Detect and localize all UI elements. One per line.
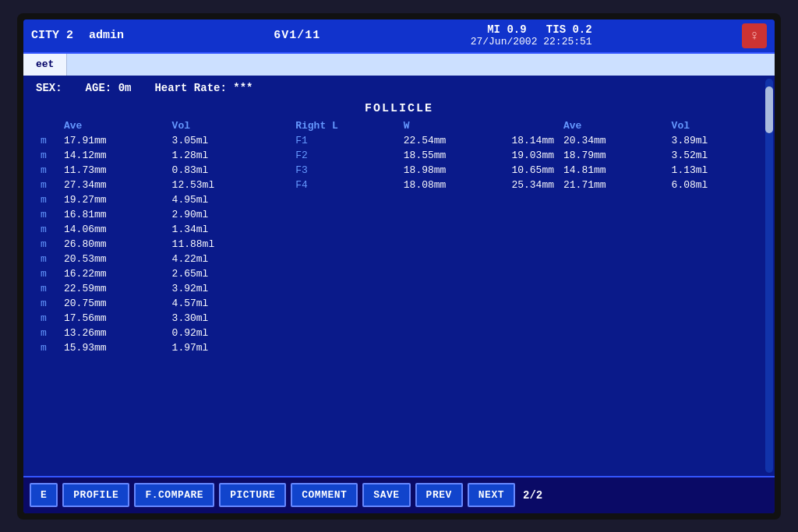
age-label: AGE: 0m [86, 82, 132, 94]
scrollbar-track [765, 79, 773, 473]
table-row: m17.91mm3.05mlF122.54mm18.14mm20.34mm3.8… [36, 133, 762, 148]
btn-e[interactable]: E [30, 483, 58, 507]
tab-bar: eet [23, 54, 775, 76]
btn-picture[interactable]: PICTURE [219, 483, 286, 507]
header-right: MI 0.9 TIS 0.2 27/Jun/2002 22:25:51 [471, 23, 592, 48]
btn-fcompare[interactable]: F.COMPARE [134, 483, 214, 507]
btn-next[interactable]: NEXT [468, 483, 515, 507]
page-indicator: 2/2 [523, 489, 542, 502]
patient-info: SEX: AGE: 0m Heart Rate: *** [36, 82, 762, 94]
table-row: m14.06mm1.34ml [36, 222, 762, 237]
table-row: m22.59mm3.92ml [36, 281, 762, 296]
col-header-left-marker [36, 118, 59, 133]
btn-comment[interactable]: COMMENT [291, 483, 358, 507]
table-row: m17.56mm3.30ml [36, 311, 762, 326]
sex-label: SEX: [36, 82, 62, 94]
monitor: CITY 2 admin 6V1/11 MI 0.9 TIS 0.2 27/Ju… [17, 13, 781, 520]
toolbar: E PROFILE F.COMPARE PICTURE COMMENT SAVE… [23, 476, 775, 513]
col-header-vol-left: Vol [168, 118, 276, 133]
probe-label: 6V1/11 [274, 29, 320, 42]
btn-profile[interactable]: PROFILE [62, 483, 129, 507]
city-label: CITY 2 [31, 29, 73, 42]
col-header-ave-right: Ave [559, 118, 667, 133]
col-header-space2 [507, 118, 559, 133]
col-header-w: W [399, 118, 507, 133]
table-row: m16.22mm2.65ml [36, 266, 762, 281]
screen: CITY 2 admin 6V1/11 MI 0.9 TIS 0.2 27/Ju… [23, 19, 775, 513]
table-row: m13.26mm0.92ml [36, 326, 762, 340]
tab-sheet[interactable]: eet [23, 54, 67, 76]
heartrate-label: Heart Rate: *** [154, 82, 252, 94]
table-row: m27.34mm12.53mlF418.08mm25.34mm21.71mm6.… [36, 178, 762, 192]
scrollbar[interactable] [764, 76, 775, 476]
table-row: m16.81mm2.90ml [36, 207, 762, 222]
organ-icon: ♀ [742, 23, 767, 48]
table-row: m14.12mm1.28mlF218.55mm19.03mm18.79mm3.5… [36, 148, 762, 163]
follicle-table: Ave Vol Right L W Ave Vol m17.91mm3.05ml… [36, 118, 762, 355]
main-content: SEX: AGE: 0m Heart Rate: *** FOLLICLE Av… [23, 76, 775, 476]
col-header-follicle: Right L [291, 118, 399, 133]
table-row: m20.53mm4.22ml [36, 252, 762, 266]
table-row: m19.27mm4.95ml [36, 192, 762, 207]
col-header-space [275, 118, 291, 133]
user-label: admin [89, 29, 124, 42]
table-row: m15.93mm1.97ml [36, 340, 762, 355]
col-header-ave-left: Ave [59, 118, 168, 133]
scrollbar-thumb[interactable] [765, 86, 773, 133]
col-header-vol-right: Vol [667, 118, 762, 133]
header-bar: CITY 2 admin 6V1/11 MI 0.9 TIS 0.2 27/Ju… [23, 19, 775, 54]
datetime-label: 27/Jun/2002 22:25:51 [471, 36, 592, 48]
btn-save[interactable]: SAVE [362, 483, 410, 507]
table-row: m11.73mm0.83mlF318.98mm10.65mm14.81mm1.1… [36, 163, 762, 178]
section-title: FOLLICLE [36, 102, 762, 115]
table-row: m20.75mm4.57ml [36, 296, 762, 311]
btn-prev[interactable]: PREV [415, 483, 463, 507]
table-row: m26.80mm11.88ml [36, 237, 762, 252]
mi-tis-label: MI 0.9 TIS 0.2 [487, 23, 591, 36]
header-left: CITY 2 admin [31, 29, 124, 42]
